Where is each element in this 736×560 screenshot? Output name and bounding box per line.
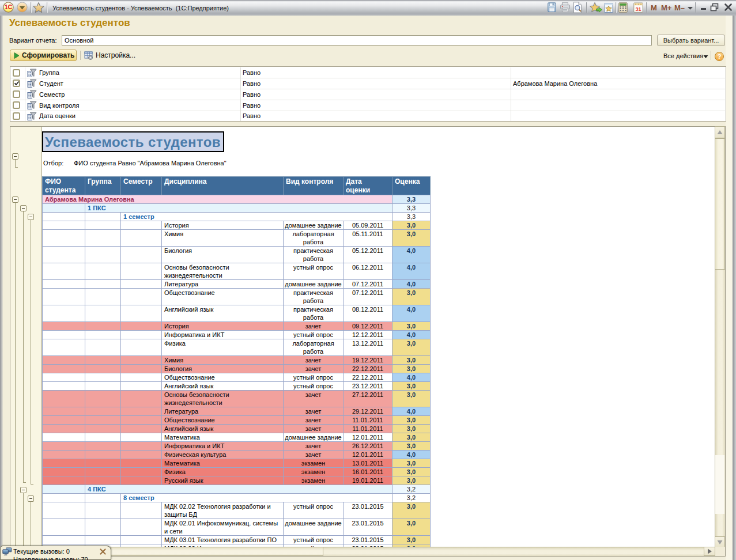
svg-text:31: 31 (635, 6, 641, 12)
svg-text:1С: 1С (5, 4, 12, 10)
